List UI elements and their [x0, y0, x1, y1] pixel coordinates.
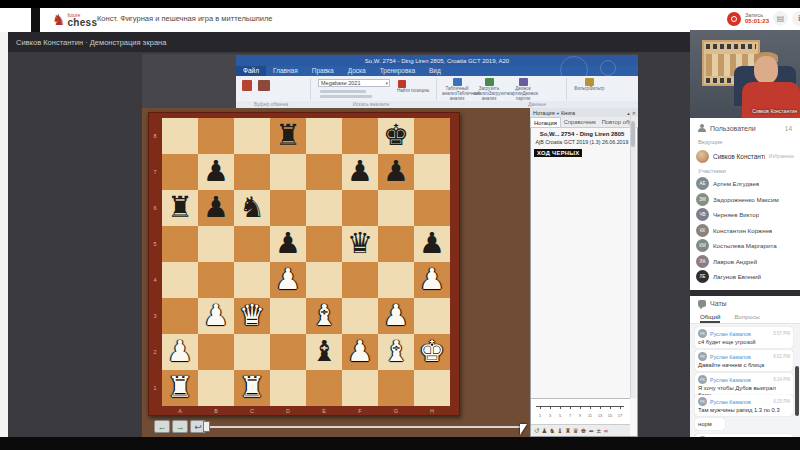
board-square-a4[interactable] — [162, 262, 198, 298]
board-square-a5[interactable] — [162, 226, 198, 262]
board-square-e4[interactable] — [306, 262, 342, 298]
board-square-f1[interactable] — [342, 370, 378, 406]
board-square-h7[interactable] — [414, 154, 450, 190]
participant-row-2[interactable]: ЧВЧерняев Виктор — [696, 207, 794, 222]
participant-row-1[interactable]: ЗМЗадорожненко Максим — [696, 192, 794, 207]
piece-wp-g3[interactable]: ♟ — [378, 298, 414, 334]
board-square-h1[interactable] — [414, 370, 450, 406]
board-square-e6[interactable] — [306, 190, 342, 226]
board-square-a8[interactable] — [162, 118, 198, 154]
share-button[interactable]: ▤ — [773, 11, 788, 26]
participant-row-3[interactable]: КККонстантин Коржнев — [696, 223, 794, 238]
participant-row-4[interactable]: КМКостылева Маргарита — [696, 238, 794, 253]
notation-tool-icon[interactable]: ♚ — [581, 425, 587, 437]
find-position-button[interactable]: Найти позицию — [394, 89, 432, 94]
participant-row-0[interactable]: АЕАртем Елгудаев — [696, 176, 794, 191]
chat-message-list[interactable]: РКРуслан Камалов5:57 PMс4 будет еще угро… — [690, 324, 800, 437]
piece-wp-f2[interactable]: ♟ — [342, 334, 378, 370]
piece-bp-f7[interactable]: ♟ — [342, 154, 378, 190]
record-icon[interactable] — [727, 12, 741, 26]
board-square-g5[interactable] — [378, 226, 414, 262]
ribbon-tab-5[interactable]: Вид — [422, 66, 448, 76]
board-square-d3[interactable] — [270, 298, 306, 334]
participant-row-5[interactable]: ЛАЛавров Андрей — [696, 254, 794, 269]
game-slider-track[interactable] — [202, 426, 524, 428]
notation-scrollbar[interactable] — [630, 117, 636, 398]
piece-wp-b3[interactable]: ♟ — [198, 298, 234, 334]
participant-row-6[interactable]: ЛЕЛагунов Евгений — [696, 269, 794, 284]
sidebar-scrollbar-thumb[interactable] — [795, 366, 799, 416]
ribbon-tab-3[interactable]: Доска — [341, 66, 373, 76]
ribbon-button-3[interactable]: ФильтрФильтр — [574, 78, 604, 92]
board-square-a7[interactable] — [162, 154, 198, 190]
notation-tool-icon[interactable]: ♜ — [565, 425, 571, 437]
board-square-c4[interactable] — [234, 262, 270, 298]
piece-wp-h4[interactable]: ♟ — [414, 262, 450, 298]
piece-wk-h2[interactable]: ♚ — [414, 334, 450, 370]
board-square-h6[interactable] — [414, 190, 450, 226]
board-square-h3[interactable] — [414, 298, 450, 334]
piece-bp-b7[interactable]: ♟ — [198, 154, 234, 190]
board-square-e1[interactable] — [306, 370, 342, 406]
ribbon-tab-2[interactable]: Правка — [305, 66, 341, 76]
notation-tool-icon[interactable]: = — [588, 425, 593, 437]
piece-wp-a2[interactable]: ♟ — [162, 334, 198, 370]
piece-bn-c6[interactable]: ♞ — [234, 190, 270, 226]
clipboard-icon[interactable] — [242, 80, 252, 91]
board-square-d6[interactable] — [270, 190, 306, 226]
notation-tool-icon[interactable]: ± — [596, 425, 601, 437]
board-square-b4[interactable] — [198, 262, 234, 298]
paste-icon[interactable] — [258, 80, 270, 91]
piece-bk-g8[interactable]: ♚ — [378, 118, 414, 154]
piece-bp-d5[interactable]: ♟ — [270, 226, 306, 262]
board-square-c5[interactable] — [234, 226, 270, 262]
board-square-c7[interactable] — [234, 154, 270, 190]
notation-tool-icon[interactable]: ∞ — [603, 425, 608, 437]
board-square-g6[interactable] — [378, 190, 414, 226]
pin-icon[interactable]: ▴ — [627, 110, 630, 116]
board-square-e8[interactable] — [306, 118, 342, 154]
move-back-button[interactable]: ← — [154, 420, 170, 433]
piece-br-d8[interactable]: ♜ — [270, 118, 306, 154]
ribbon-button-0[interactable]: Табличный анализТабличный анализ — [442, 78, 472, 102]
chat-tab-1[interactable]: Вопросы — [734, 311, 759, 323]
piece-wb-g2[interactable]: ♝ — [378, 334, 414, 370]
board-square-b8[interactable] — [198, 118, 234, 154]
notation-tool-icon[interactable]: ↺ — [534, 425, 539, 437]
board-square-d7[interactable] — [270, 154, 306, 190]
piece-bp-h5[interactable]: ♟ — [414, 226, 450, 262]
piece-bp-b6[interactable]: ♟ — [198, 190, 234, 226]
piece-bb-e2[interactable]: ♝ — [306, 334, 342, 370]
notation-tab-0[interactable]: Нотация — [530, 117, 561, 127]
piece-wp-d4[interactable]: ♟ — [270, 262, 306, 298]
database-combobox[interactable]: Megabase 2021▾ — [318, 79, 390, 87]
pane-splitter[interactable] — [690, 290, 800, 296]
close-icon[interactable]: ✕ — [632, 110, 636, 116]
piece-wr-a1[interactable]: ♜ — [162, 370, 198, 406]
board-square-b5[interactable] — [198, 226, 234, 262]
ribbon-option-row[interactable] — [320, 95, 372, 98]
ribbon-button-2[interactable]: Движок партииДвижок партии — [508, 78, 538, 102]
board-square-f8[interactable] — [342, 118, 378, 154]
notation-tool-icon[interactable]: ♛ — [573, 425, 579, 437]
chat-message-3[interactable]: РКРуслан Камалов6:25 PMТам мужчины рапид… — [695, 395, 793, 416]
piece-wr-c1[interactable]: ♜ — [234, 370, 270, 406]
board-square-a3[interactable] — [162, 298, 198, 334]
board-square-g4[interactable] — [378, 262, 414, 298]
notation-tab-1[interactable]: Справочник — [561, 117, 599, 127]
board-square-f4[interactable] — [342, 262, 378, 298]
ribbon-button-1[interactable]: Загрузить анализЗагрузить анализ — [474, 78, 504, 102]
chat-message-0[interactable]: РКРуслан Камалов5:57 PMс4 будет еще угро… — [695, 327, 793, 348]
info-button[interactable]: ℹ — [792, 11, 800, 26]
brand-logo[interactable]: ♞ future chess — [52, 11, 97, 29]
notation-scrollbar-thumb[interactable] — [631, 121, 635, 147]
board-square-f3[interactable] — [342, 298, 378, 334]
board-square-c8[interactable] — [234, 118, 270, 154]
piece-wq-c3[interactable]: ♛ — [234, 298, 270, 334]
board-square-f6[interactable] — [342, 190, 378, 226]
board-square-c2[interactable] — [234, 334, 270, 370]
chat-message-1[interactable]: РКРуслан Камалов6:02 PMДавайте начнем с … — [695, 350, 793, 371]
search-position-icon[interactable] — [398, 80, 406, 88]
board-square-d2[interactable] — [270, 334, 306, 370]
board-square-h8[interactable] — [414, 118, 450, 154]
